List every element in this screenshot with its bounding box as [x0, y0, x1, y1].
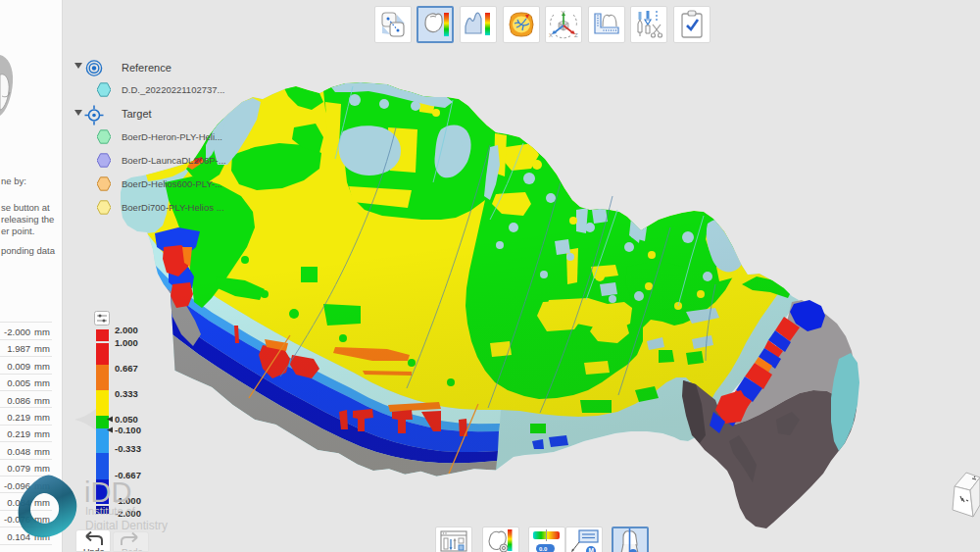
- svg-text:Y: Y: [562, 10, 565, 16]
- svg-text:M: M: [589, 547, 594, 552]
- svg-text:0.0: 0.0: [539, 546, 548, 552]
- svg-text:Redo: Redo: [122, 547, 143, 552]
- svg-text:Undo: Undo: [83, 547, 105, 552]
- svg-text:Z: Z: [574, 32, 578, 38]
- svg-text:X: X: [549, 32, 553, 38]
